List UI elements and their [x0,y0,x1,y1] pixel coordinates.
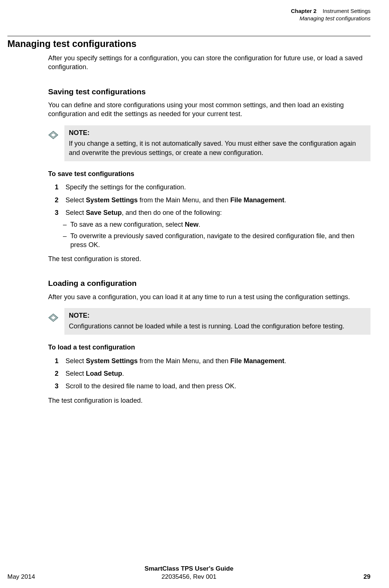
footer-page-number: 29 [249,573,370,581]
footer-doc-number: 22035456, Rev 001 [128,573,249,581]
step: 2 Select Load Setup. [48,369,370,378]
note-label: NOTE: [69,311,366,320]
substep: To save as a new configuration, select N… [48,220,370,229]
loading-heading: Loading a configuration [48,278,370,288]
note-text: Configurations cannot be loaded while a … [69,322,366,331]
footer-date: May 2014 [7,573,128,581]
saving-procedure-title: To save test configurations [48,169,370,178]
note-text: If you change a setting, it is not autom… [69,139,366,158]
saving-result: The test configuration is stored. [48,254,370,263]
substeps: To save as a new configuration, select N… [48,220,370,249]
loading-note: NOTE: Configurations cannot be loaded wh… [48,308,370,335]
step: 3 Select Save Setup, and then do one of … [48,208,370,249]
note-icon [48,308,61,322]
saving-note: NOTE: If you change a setting, it is not… [48,125,370,162]
running-header: Chapter 2 Instrument Settings Managing t… [7,7,370,22]
loading-steps: 1 Select System Settings from the Main M… [48,356,370,391]
loading-procedure-title: To load a test configuration [48,343,370,352]
saving-intro: You can define and store configurations … [48,101,370,119]
step: 2 Select System Settings from the Main M… [48,196,370,205]
step: 1 Specify the settings for the configura… [48,183,370,192]
note-label: NOTE: [69,128,366,138]
chapter-title: Instrument Settings [323,8,370,14]
running-section-title: Managing test configurations [7,15,370,22]
saving-steps: 1 Specify the settings for the configura… [48,183,370,249]
header-rule [7,36,370,36]
loading-result: The test configuration is loaded. [48,396,370,405]
intro-paragraph: After you specify settings for a configu… [48,54,370,72]
loading-intro: After you save a configuration, you can … [48,293,370,301]
chapter-label: Chapter 2 [291,8,316,14]
step: 1 Select System Settings from the Main M… [48,356,370,365]
substep: To overwrite a previously saved configur… [48,232,370,250]
page-title: Managing test configurations [7,38,370,49]
note-icon [48,125,61,139]
step: 3 Scroll to the desired file name to loa… [48,382,370,391]
saving-heading: Saving test configurations [48,87,370,97]
page-footer: SmartClass TPS User's Guide May 2014 220… [7,565,370,581]
footer-guide-title: SmartClass TPS User's Guide [7,565,370,572]
